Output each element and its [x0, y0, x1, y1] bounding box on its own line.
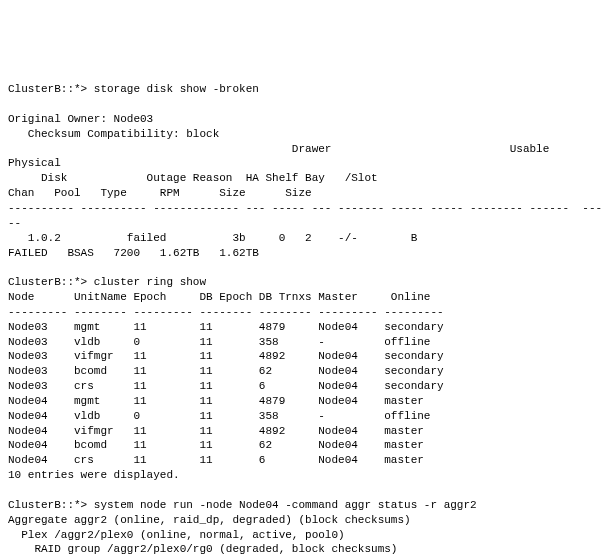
original-owner: Original Owner: Node03 — [8, 113, 153, 125]
hdr-disk: Disk Outage Reason HA Shelf Bay /Slot — [8, 172, 378, 184]
ring-row: Node04 vifmgr 11 11 4892 Node04 master — [8, 425, 424, 437]
ring-sep: --------- -------- --------- -------- --… — [8, 306, 444, 318]
sep1: ---------- ---------- ------------- --- … — [8, 202, 603, 214]
checksum-compat: Checksum Compatibility: block — [8, 128, 219, 140]
ring-hdr: Node UnitName Epoch DB Epoch DB Trnxs Ma… — [8, 291, 430, 303]
hdr-physical: Physical — [8, 157, 61, 169]
sep2: -- — [8, 217, 21, 229]
hdr-chan: Chan Pool Type RPM Size Size — [8, 187, 312, 199]
ring-row: Node03 crs 11 11 6 Node04 secondary — [8, 380, 444, 392]
aggr-line2: Plex /aggr2/plex0 (online, normal, activ… — [8, 529, 345, 541]
ring-row: Node04 bcomd 11 11 62 Node04 master — [8, 439, 424, 451]
aggr-line3: RAID group /aggr2/plex0/rg0 (degraded, b… — [8, 543, 397, 555]
broken-row-b: FAILED BSAS 7200 1.62TB 1.62TB — [8, 247, 259, 259]
broken-row-a: 1.0.2 failed 3b 0 2 -/- B — [8, 232, 417, 244]
ring-row: Node03 vifmgr 11 11 4892 Node04 secondar… — [8, 350, 444, 362]
ring-row: Node03 vldb 0 11 358 - offline — [8, 336, 430, 348]
cmd2-prompt: ClusterB::*> cluster ring show — [8, 276, 206, 288]
ring-footer: 10 entries were displayed. — [8, 469, 180, 481]
hdr-drawer-usable: Drawer Usable — [8, 143, 549, 155]
ring-row: Node04 vldb 0 11 358 - offline — [8, 410, 430, 422]
cmd1-prompt: ClusterB::*> storage disk show -broken — [8, 83, 259, 95]
cmd3-prompt: ClusterB::*> system node run -node Node0… — [8, 499, 477, 511]
ring-row: Node04 crs 11 11 6 Node04 master — [8, 454, 424, 466]
terminal-output: ClusterB::*> storage disk show -broken O… — [8, 67, 603, 558]
ring-row: Node03 mgmt 11 11 4879 Node04 secondary — [8, 321, 444, 333]
ring-row: Node03 bcomd 11 11 62 Node04 secondary — [8, 365, 444, 377]
aggr-line1: Aggregate aggr2 (online, raid_dp, degrad… — [8, 514, 411, 526]
ring-row: Node04 mgmt 11 11 4879 Node04 master — [8, 395, 424, 407]
